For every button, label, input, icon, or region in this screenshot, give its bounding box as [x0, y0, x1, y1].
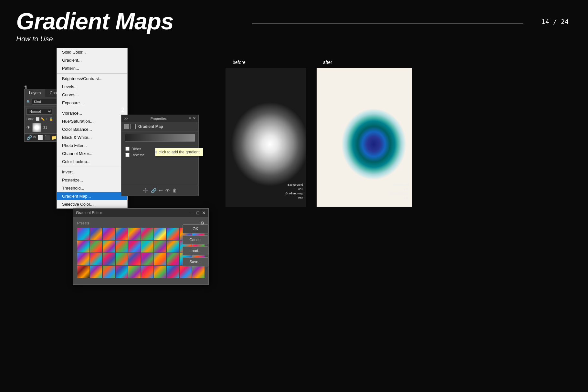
ge-preset-12[interactable]: [90, 241, 102, 253]
menu-gradient-map[interactable]: Gradient Map...: [57, 192, 127, 200]
lock-transparent-icon[interactable]: ⬜: [36, 117, 39, 121]
after-overlay-line2: #31: [404, 188, 409, 191]
prop-visibility-btn[interactable]: 👁: [165, 188, 170, 193]
before-label: before: [233, 60, 246, 65]
ge-preset-33[interactable]: [103, 266, 115, 278]
menu-black-white[interactable]: Black & White...: [57, 133, 127, 141]
ge-preset-13[interactable]: [103, 241, 115, 253]
ge-load-btn[interactable]: Load...: [183, 246, 208, 255]
ge-preset-14[interactable]: [116, 241, 128, 253]
ge-close-btn[interactable]: ✕: [202, 210, 206, 215]
ge-ok-btn[interactable]: OK: [183, 224, 208, 233]
blend-mode-select[interactable]: Normal: [26, 108, 52, 115]
menu-solid-color[interactable]: Solid Color...: [57, 48, 127, 56]
ge-preset-38[interactable]: [167, 266, 179, 278]
ge-preset-35[interactable]: [128, 266, 141, 278]
properties-icons: ≡ ✕: [189, 116, 196, 120]
ge-preset-16[interactable]: [141, 241, 153, 253]
menu-gradient[interactable]: Gradient...: [57, 56, 127, 64]
folder-btn[interactable]: 📁: [51, 135, 57, 140]
after-overlay-line4: #22: [404, 196, 409, 200]
properties-titlebar: >> Properties ≡ ✕: [121, 115, 198, 122]
ge-preset-6[interactable]: [141, 228, 153, 240]
ge-preset-37[interactable]: [154, 266, 166, 278]
prop-trash-btn[interactable]: 🗑: [173, 188, 177, 193]
menu-selective-color[interactable]: Selective Color...: [57, 200, 127, 208]
tab-layers[interactable]: Layers: [25, 89, 45, 97]
ge-minimize-btn[interactable]: ─: [191, 210, 194, 215]
gradient-bar[interactable]: [125, 134, 195, 142]
search-icon: 🔍: [26, 100, 30, 104]
mask-btn[interactable]: ⬜: [37, 135, 43, 140]
dither-checkbox[interactable]: [125, 147, 130, 151]
progress-line: [252, 23, 523, 24]
ge-preset-21[interactable]: [77, 253, 89, 265]
menu-levels[interactable]: Levels...: [57, 83, 127, 91]
ge-window-controls: ─ □ ✕: [191, 210, 206, 215]
ge-preset-11[interactable]: [77, 241, 89, 253]
layer-visibility-eye[interactable]: 👁: [26, 125, 30, 130]
lock-position-icon[interactable]: 🔒: [49, 117, 53, 121]
ge-preset-36[interactable]: [141, 266, 153, 278]
reverse-label: Reverse: [131, 153, 145, 157]
panel-collapse-btn[interactable]: >>: [124, 117, 128, 120]
ge-preset-8[interactable]: [167, 228, 179, 240]
menu-vibrance[interactable]: Vibrance...: [57, 109, 127, 117]
ge-preset-7[interactable]: [154, 228, 166, 240]
ge-preset-3[interactable]: [103, 228, 115, 240]
menu-threshold[interactable]: Threshold...: [57, 184, 127, 192]
reverse-checkbox[interactable]: [125, 153, 130, 157]
link-layers-btn[interactable]: 🔗: [26, 135, 32, 140]
ge-preset-4[interactable]: [116, 228, 128, 240]
ge-presets-text: Presets: [77, 221, 89, 225]
ge-preset-5[interactable]: [128, 228, 141, 240]
ge-cancel-btn[interactable]: Cancel: [183, 235, 208, 244]
adjustment-btn[interactable]: ⬛: [44, 135, 50, 140]
ge-preset-40[interactable]: [192, 266, 205, 278]
ge-preset-34[interactable]: [116, 266, 128, 278]
menu-posterize[interactable]: Posterize...: [57, 176, 127, 184]
fx-btn[interactable]: fx: [33, 135, 36, 140]
gradient-tooltip: click to add the gradient: [155, 148, 203, 156]
ge-preset-39[interactable]: [180, 266, 192, 278]
ge-preset-26[interactable]: [141, 253, 153, 265]
ge-preset-32[interactable]: [90, 266, 102, 278]
ge-preset-31[interactable]: [77, 266, 89, 278]
lock-artboard-icon[interactable]: +: [46, 117, 48, 121]
before-overlay-line2: #31: [298, 188, 303, 191]
ge-preset-18[interactable]: [167, 241, 179, 253]
ge-preset-24[interactable]: [116, 253, 128, 265]
menu-photo-filter[interactable]: Photo Filter...: [57, 141, 127, 150]
menu-curves[interactable]: Curves...: [57, 91, 127, 99]
ge-preset-15[interactable]: [128, 241, 141, 253]
ge-preset-1[interactable]: [77, 228, 89, 240]
lock-image-icon[interactable]: ✏️: [41, 117, 45, 121]
ge-preset-22[interactable]: [90, 253, 102, 265]
ge-preset-25[interactable]: [128, 253, 141, 265]
prop-panel-close-btn[interactable]: ✕: [193, 116, 196, 120]
step-2-label: 2: [121, 107, 124, 113]
prop-undo-btn[interactable]: ↩: [159, 188, 163, 193]
ge-title: Gradient Editor: [76, 211, 102, 215]
menu-invert[interactable]: Invert: [57, 168, 127, 176]
before-image: Background #31 Gradient map #b2: [226, 68, 306, 207]
ge-maximize-btn[interactable]: □: [197, 210, 199, 215]
ge-save-btn[interactable]: Save...: [183, 257, 208, 266]
ge-preset-2[interactable]: [90, 228, 102, 240]
menu-hue-saturation[interactable]: Hue/Saturation...: [57, 117, 127, 125]
gradient-bar-area: [121, 131, 198, 144]
prop-panel-list-icon[interactable]: ≡: [189, 116, 191, 120]
menu-brightness-contrast[interactable]: Brightness/Contrast...: [57, 75, 127, 83]
ge-preset-28[interactable]: [167, 253, 179, 265]
menu-pattern[interactable]: Pattern...: [57, 64, 127, 72]
ge-preset-23[interactable]: [103, 253, 115, 265]
prop-icon-group: [124, 124, 136, 129]
prop-add-btn[interactable]: ➕: [143, 188, 148, 193]
prop-link-btn[interactable]: 🔗: [151, 188, 156, 193]
menu-channel-mixer[interactable]: Channel Mixer...: [57, 150, 127, 158]
ge-preset-27[interactable]: [154, 253, 166, 265]
ge-preset-17[interactable]: [154, 241, 166, 253]
menu-exposure[interactable]: Exposure...: [57, 99, 127, 107]
menu-color-balance[interactable]: Color Balance...: [57, 125, 127, 133]
menu-color-lookup[interactable]: Color Lookup...: [57, 158, 127, 166]
